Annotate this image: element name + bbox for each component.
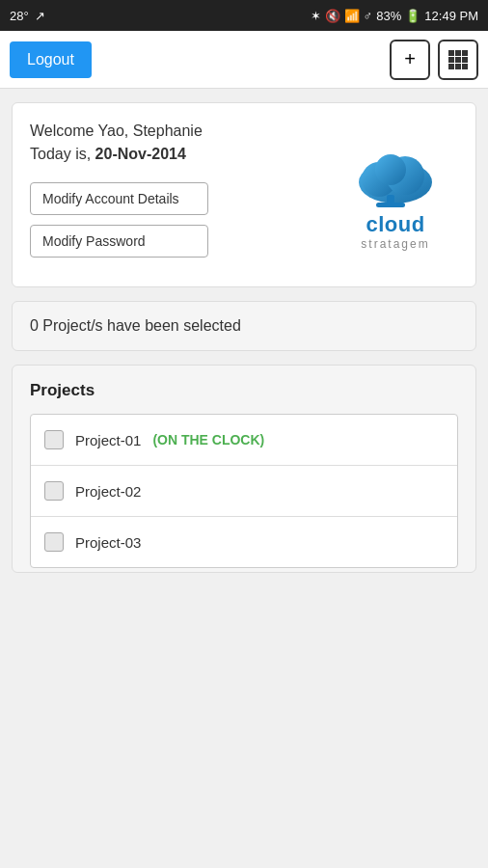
today-label: Today is, <box>30 146 91 162</box>
nav-bar: Logout + <box>0 31 488 89</box>
welcome-left: Welcome Yao, Stephanie Today is, 20-Nov-… <box>30 122 333 267</box>
welcome-greeting: Welcome Yao, Stephanie <box>30 122 333 140</box>
grid-icon <box>447 49 469 70</box>
project-01-status: (ON THE CLOCK) <box>152 432 264 448</box>
temperature: 28° <box>10 9 29 23</box>
add-button[interactable]: + <box>390 40 430 80</box>
projects-title: Projects <box>30 381 458 400</box>
svg-rect-0 <box>448 50 454 56</box>
status-left: 28° ↗ <box>10 9 45 23</box>
date-value: 20-Nov-2014 <box>95 146 186 162</box>
welcome-card: Welcome Yao, Stephanie Today is, 20-Nov-… <box>12 102 476 287</box>
svg-rect-5 <box>462 57 468 63</box>
svg-rect-4 <box>455 57 461 63</box>
grid-menu-button[interactable] <box>438 40 478 80</box>
project-03-checkbox[interactable] <box>44 532 64 552</box>
svg-rect-14 <box>376 203 405 207</box>
battery-icon: 🔋 <box>405 9 420 23</box>
projects-selected-text: 0 Project/s have been selected <box>30 317 241 334</box>
svg-rect-8 <box>462 64 468 69</box>
status-right: ✶ 🔇 📶 ♂ 83% 🔋 12:49 PM <box>311 9 478 23</box>
project-02-name: Project-02 <box>75 483 141 500</box>
svg-point-12 <box>375 154 406 185</box>
cloud-sub: stratagem <box>361 237 429 251</box>
modify-password-button[interactable]: Modify Password <box>30 225 208 258</box>
nav-icons: + <box>390 40 478 80</box>
svg-rect-6 <box>448 64 454 69</box>
welcome-date: Today is, 20-Nov-2014 <box>30 146 333 163</box>
list-item: Project-03 <box>31 517 457 567</box>
list-item: Project-01 (ON THE CLOCK) <box>31 415 457 466</box>
cloud-image <box>342 139 448 216</box>
battery-level: 83% <box>376 9 401 23</box>
cloud-logo: cloud stratagem <box>333 139 458 251</box>
signal-icon: ♂ <box>364 9 373 23</box>
bluetooth-icon: ✶ <box>311 9 321 23</box>
logout-button[interactable]: Logout <box>10 41 92 78</box>
status-bar: 28° ↗ ✶ 🔇 📶 ♂ 83% 🔋 12:49 PM <box>0 0 488 31</box>
svg-rect-7 <box>455 64 461 69</box>
svg-rect-1 <box>455 50 461 56</box>
wifi-icon: 📶 <box>344 9 360 23</box>
list-item: Project-02 <box>31 466 457 517</box>
mute-icon: 🔇 <box>325 9 340 23</box>
project-01-name: Project-01 <box>75 432 141 448</box>
plus-icon: + <box>404 48 416 70</box>
modify-account-button[interactable]: Modify Account Details <box>30 182 208 215</box>
projects-list: Project-01 (ON THE CLOCK) Project-02 Pro… <box>30 414 458 568</box>
svg-rect-2 <box>462 50 468 56</box>
project-02-checkbox[interactable] <box>44 481 64 501</box>
cloud-name: cloud <box>361 212 429 237</box>
project-03-name: Project-03 <box>75 534 141 551</box>
projects-banner: 0 Project/s have been selected <box>12 301 476 351</box>
cloud-brand: cloud stratagem <box>361 212 429 251</box>
share-icon: ↗ <box>35 9 45 23</box>
time-display: 12:49 PM <box>424 9 478 23</box>
projects-section: Projects Project-01 (ON THE CLOCK) Proje… <box>12 365 476 573</box>
svg-rect-3 <box>448 57 454 63</box>
project-01-checkbox[interactable] <box>44 430 64 449</box>
